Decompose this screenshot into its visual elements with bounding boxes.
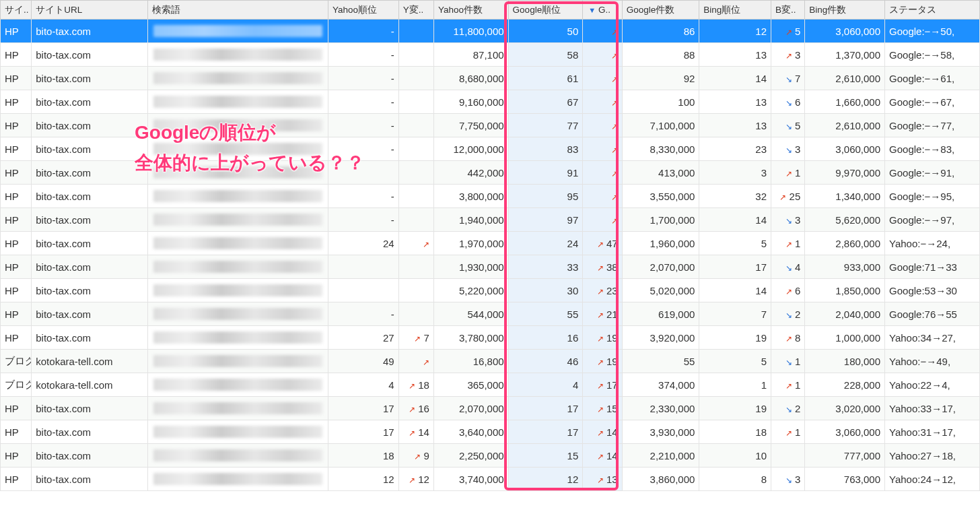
cell-google-change: ↗ [583,114,622,137]
cell-yahoo-rank: - [328,185,398,208]
cell-url: bito-tax.com [32,114,148,137]
col-site[interactable]: サイ.. [1,1,32,20]
cell-url: bito-tax.com [32,255,148,279]
cell-bing-change: ↘ 4 [771,255,805,279]
cell-url: bito-tax.com [32,326,148,350]
cell-bing-count: 2,610,000 [805,114,885,137]
sort-indicator-icon: ▼ [588,6,596,14]
cell-bing-rank: 18 [699,420,771,444]
col-bing-count[interactable]: Bing件数 [805,1,885,20]
blurred-text [153,426,322,438]
cell-url: bito-tax.com [32,279,148,302]
cell-yahoo-rank: 17 [328,397,398,420]
col-google-count[interactable]: Google件数 [622,1,699,20]
cell-site: HP [1,326,32,350]
cell-yahoo-rank: 17 [328,420,398,444]
cell-keyword [148,279,328,302]
cell-google-change: ↗ [583,185,622,208]
table-row[interactable]: HPbito-tax.com17↗ 143,640,00017↗ 143,930… [1,420,980,444]
cell-yahoo-rank: - [328,208,398,232]
col-bing-rank[interactable]: Bing順位 [699,1,771,20]
cell-bing-count: 777,000 [805,444,885,468]
cell-google-rank: 16 [508,326,583,350]
table-row[interactable]: HPbito-tax.com-3,800,00095↗3,550,00032↗ … [1,185,980,208]
col-url[interactable]: サイトURL [32,1,148,20]
col-yahoo-rank[interactable]: Yahoo順位 [328,1,398,20]
cell-yahoo-rank: 49 [328,350,398,373]
cell-bing-count: 1,370,000 [805,43,885,67]
table-row[interactable]: HPbito-tax.com24↗1,970,00024↗ 471,960,00… [1,232,980,255]
cell-yahoo-count: 1,930,000 [433,255,508,279]
cell-google-change: ↗ 19 [583,350,622,373]
blurred-text [153,355,322,367]
cell-yahoo-change [398,161,433,185]
cell-google-rank: 15 [508,444,583,468]
table-row[interactable]: HPbito-tax.com18↗ 92,250,00015↗ 142,210,… [1,444,980,468]
cell-yahoo-count: 7,750,000 [433,114,508,137]
cell-google-change: ↗ 14 [583,420,622,444]
col-keyword[interactable]: 検索語 [148,1,328,20]
table-row[interactable]: HPbito-tax.com-11,800,00050↗8612↗ 53,060… [1,20,980,43]
cell-bing-change: ↘ 3 [771,208,805,232]
table-row[interactable]: HPbito-tax.com27↗ 73,780,00016↗ 193,920,… [1,326,980,350]
cell-keyword [148,43,328,67]
table-row[interactable]: HPbito-tax.com-87,10058↗8813↗ 31,370,000… [1,43,980,67]
table-row[interactable]: HPbito-tax.com17↗ 162,070,00017↗ 152,330… [1,397,980,420]
cell-google-change: ↗ 19 [583,326,622,350]
table-row[interactable]: HPbito-tax.com5,220,00030↗ 235,020,00014… [1,279,980,302]
cell-status: Yahoo:34→27, [885,326,980,350]
cell-google-rank: 95 [508,185,583,208]
col-google-change[interactable]: ▼ G.. [583,1,622,20]
rank-table: サイ.. サイトURL 検索語 Yahoo順位 Y変.. Yahoo件数 Goo… [0,0,980,491]
cell-keyword [148,20,328,43]
cell-google-rank: 12 [508,468,583,491]
cell-keyword [148,161,328,185]
col-status[interactable]: ステータス [885,1,980,20]
cell-yahoo-change [398,279,433,302]
cell-bing-count: 180,000 [805,350,885,373]
cell-url: bito-tax.com [32,90,148,114]
table-row[interactable]: HPbito-tax.com-8,680,00061↗9214↘ 72,610,… [1,67,980,90]
cell-yahoo-rank: 27 [328,326,398,350]
cell-keyword [148,114,328,137]
table-row[interactable]: HPbito-tax.com-544,00055↗ 21619,0007↘ 22… [1,302,980,326]
col-bing-change[interactable]: B変.. [771,1,805,20]
cell-google-rank: 58 [508,43,583,67]
cell-yahoo-change: ↗ 9 [398,444,433,468]
table-row[interactable]: ブログkotokara-tell.com4↗ 18365,0004↗ 17374… [1,373,980,397]
cell-site: ブログ [1,373,32,397]
cell-bing-count: 2,040,000 [805,302,885,326]
cell-yahoo-rank [328,255,398,279]
cell-bing-change [771,444,805,468]
table-row[interactable]: HPbito-tax.com442,00091↗413,0003↗ 19,970… [1,161,980,185]
col-google-rank-label: Google順位 [513,5,561,15]
table-body: HPbito-tax.com-11,800,00050↗8612↗ 53,060… [1,20,980,491]
cell-yahoo-rank: 24 [328,232,398,255]
cell-google-count: 92 [622,67,699,90]
cell-status: Google:71→33 [885,255,980,279]
cell-google-rank: 61 [508,67,583,90]
col-google-rank[interactable]: Google順位 [508,1,583,20]
cell-keyword [148,90,328,114]
table-row[interactable]: HPbito-tax.com1,930,00033↗ 382,070,00017… [1,255,980,279]
table-row[interactable]: HPbito-tax.com12↗ 123,740,00012↗ 133,860… [1,468,980,491]
cell-google-rank: 46 [508,350,583,373]
col-yahoo-count[interactable]: Yahoo件数 [433,1,508,20]
cell-bing-rank: 10 [699,444,771,468]
cell-bing-change: ↗ 8 [771,326,805,350]
table-row[interactable]: HPbito-tax.com-9,160,00067↗10013↘ 61,660… [1,90,980,114]
cell-google-count: 3,920,000 [622,326,699,350]
cell-url: kotokara-tell.com [32,350,148,373]
cell-google-rank: 67 [508,90,583,114]
col-yahoo-change[interactable]: Y変.. [398,1,433,20]
table-header-row: サイ.. サイトURL 検索語 Yahoo順位 Y変.. Yahoo件数 Goo… [1,1,980,20]
table-row[interactable]: HPbito-tax.com-7,750,00077↗7,100,00013↘ … [1,114,980,137]
cell-google-rank: 24 [508,232,583,255]
cell-yahoo-change [398,20,433,43]
table-row[interactable]: HPbito-tax.com-12,000,00083↗8,330,00023↘… [1,137,980,161]
cell-site: HP [1,20,32,43]
table-row[interactable]: HPbito-tax.com-1,940,00097↗1,700,00014↘ … [1,208,980,232]
cell-yahoo-change [398,208,433,232]
blurred-text [153,96,322,108]
table-row[interactable]: ブログkotokara-tell.com49↗16,80046↗ 19555↘ … [1,350,980,373]
